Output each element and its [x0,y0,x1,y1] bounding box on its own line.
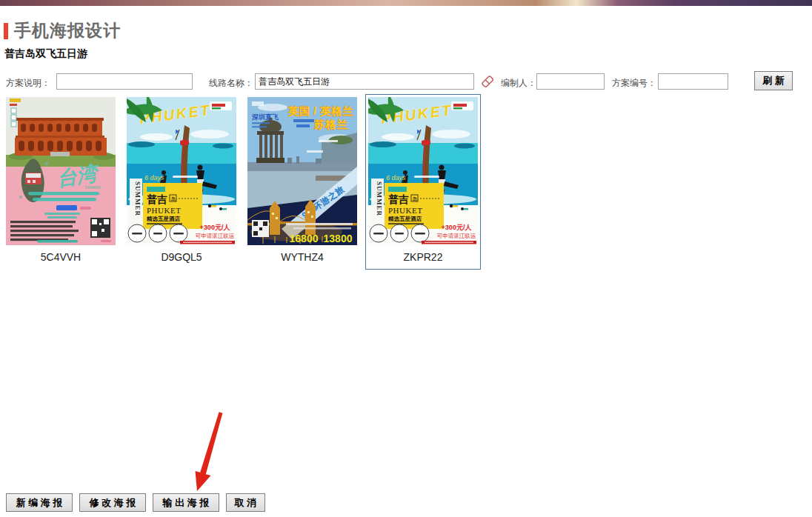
route-name-input[interactable] [255,73,474,90]
phuket-promo-price: +300元/人 [442,224,473,231]
poster-thumbnail-uk: 英国 / 英格兰 苏格兰 深圳直飞 9日环游之旅 [247,97,357,245]
phuket-promo-note: 可申请湛江联运 [196,233,235,239]
phuket-promo-price: +300元/人 [200,224,231,231]
title-accent-bar [4,23,8,39]
poster-card-d9gql5[interactable]: PHUKET [124,94,239,270]
taiwan-script-sub: TAIWAN [85,185,101,190]
phuket-days: 6 days [144,174,164,181]
compiler-input[interactable] [536,73,605,90]
page-title: 手机海报设计 [14,19,121,42]
refresh-button[interactable]: 刷 新 [754,71,793,90]
compiler-label: 编制人： [501,77,536,90]
phuket-city-cn: 普吉 [147,193,167,205]
plan-desc-label: 方案说明： [6,77,50,90]
route-subtitle: 普吉岛双飞五日游 [4,47,87,61]
new-poster-button[interactable]: 新 编 海 报 [6,493,73,512]
uk-price-left: 16800 [290,233,319,244]
phuket-city-cn: 普吉 [388,193,409,205]
plan-no-label: 方案编号： [612,77,656,90]
poster-thumbnail-taiwan: 台湾 TAIWAN [6,97,116,245]
output-poster-button[interactable]: 输 出 海 报 [153,493,219,512]
poster-card-wythz4[interactable]: 英国 / 英格兰 苏格兰 深圳直飞 9日环游之旅 [244,94,360,270]
plan-no-input[interactable] [658,73,728,90]
phuket-city-en: PHUKET [147,206,181,215]
phuket-city-en: PHUKET [388,206,422,215]
cancel-button[interactable]: 取 消 [226,493,265,512]
poster-design-page: 手机海报设计 普吉岛双飞五日游 方案说明： 线路名称： 编制人： 方案编号： 刷… [0,0,812,517]
poster-thumbnail-phuket: PHUKET [127,97,236,245]
uk-title-line1: 英国 / 英格兰 [288,105,354,117]
page-header: 手机海报设计 [4,19,121,42]
poster-thumbnail-phuket: PHUKET SUMME [368,97,478,245]
uk-price-right: 13800 [324,233,353,244]
phuket-hotel-line: 精选五星酒店 [146,216,181,222]
phuket-hotel-line: 精选五星酒店 [387,216,422,222]
route-name-label: 线路名称： [209,77,253,90]
poster-code: WYTHZ4 [247,251,357,263]
poster-card-zkpr22-selected[interactable]: PHUKET SUMME [365,94,481,270]
modify-poster-button[interactable]: 修 改 海 报 [79,493,146,512]
poster-code: D9GQL5 [127,251,236,263]
poster-code: ZKPR22 [368,251,478,263]
top-banner [0,0,812,6]
phuket-promo-note: 可申请湛江联运 [437,233,476,239]
phuket-side-label: SUMMER [376,181,383,216]
plan-desc-input[interactable] [56,73,193,90]
uk-title-line2: 苏格兰 [313,119,349,130]
eraser-icon[interactable] [480,74,495,89]
phuket-side-label: SUMMER [134,181,142,216]
phuket-island-tag: 岛 [171,196,176,201]
uk-flight-note: 深圳直飞 [251,113,279,121]
annotation-arrow-icon [185,407,237,500]
poster-code: 5C4VVH [6,251,116,263]
poster-card-5c4vvh[interactable]: 台湾 TAIWAN 5C4VVH [3,94,119,270]
phuket-island-tag: 岛 [413,196,418,201]
phuket-days: 6 days [386,174,406,181]
